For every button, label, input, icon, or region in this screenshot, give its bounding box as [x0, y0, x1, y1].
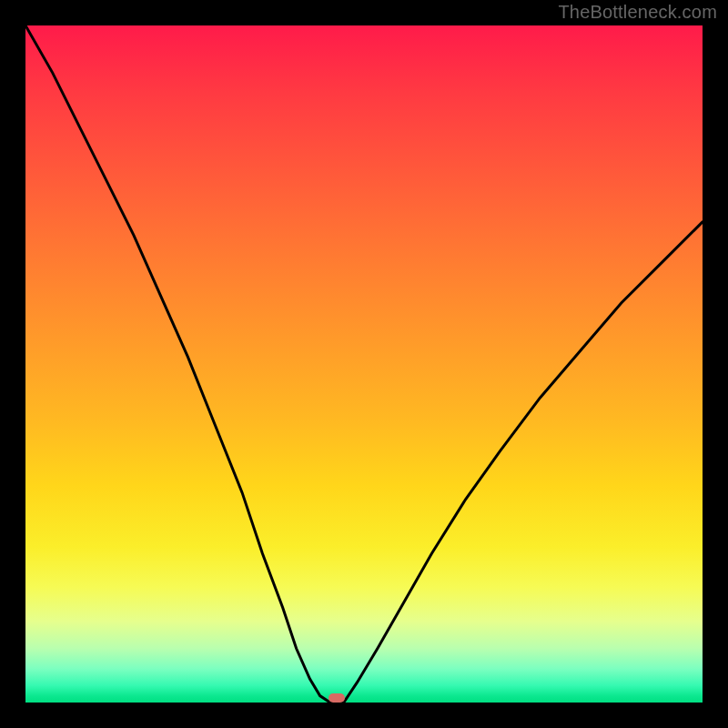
optimum-marker [329, 693, 345, 703]
curve-right-branch [344, 222, 703, 703]
curve-left-branch [25, 25, 330, 703]
bottleneck-curve [25, 25, 703, 703]
watermark-text: TheBottleneck.com [558, 2, 717, 23]
plot-area [25, 25, 703, 703]
chart-frame: TheBottleneck.com [0, 0, 728, 728]
